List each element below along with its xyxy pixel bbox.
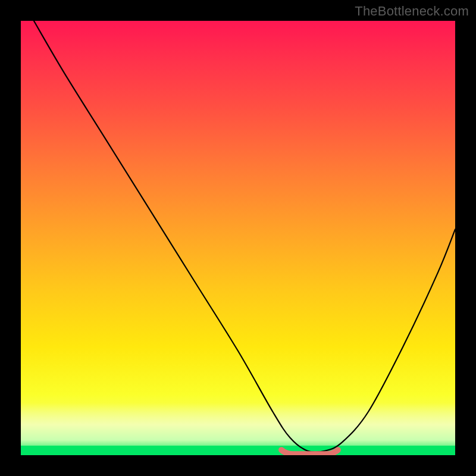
watermark-text: TheBottleneck.com [355, 4, 469, 19]
curve-layer [21, 21, 455, 455]
chart-frame: TheBottleneck.com [0, 0, 476, 476]
bottleneck-curve [34, 21, 455, 452]
optimal-range-indicator [281, 450, 338, 454]
plot-area [21, 21, 455, 455]
